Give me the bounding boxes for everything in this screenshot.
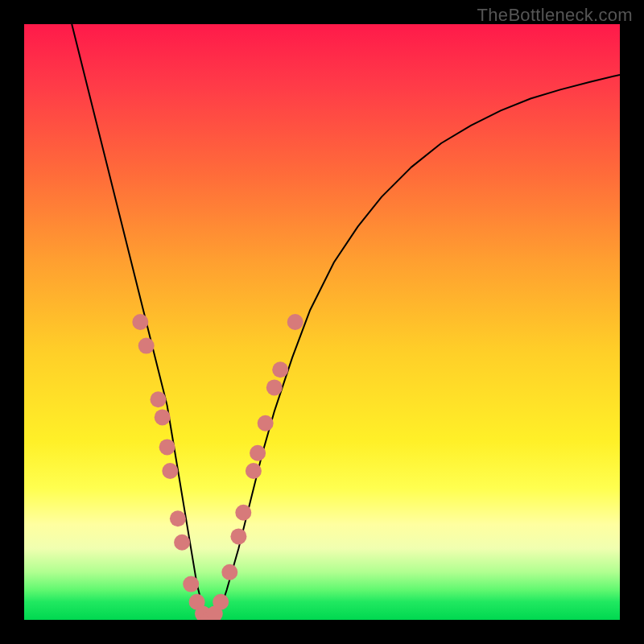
curve-marker	[155, 409, 171, 425]
watermark-text: TheBottleneck.com	[477, 5, 633, 26]
curve-marker	[170, 510, 186, 526]
chart-svg	[24, 24, 620, 620]
curve-marker	[258, 415, 274, 431]
curve-marker	[221, 564, 237, 580]
curve-marker	[159, 439, 175, 455]
curve-marker	[183, 576, 199, 592]
curve-marker	[235, 505, 251, 521]
curve-marker	[272, 361, 288, 378]
bottleneck-curve	[72, 24, 620, 620]
curve-marker	[162, 463, 178, 479]
curve-marker	[230, 528, 246, 544]
curve-marker	[213, 594, 229, 610]
curve-markers	[132, 314, 303, 620]
curve-marker	[287, 314, 303, 330]
curve-marker	[246, 463, 262, 479]
curve-marker	[250, 445, 266, 461]
curve-marker	[138, 338, 155, 354]
curve-marker	[174, 535, 190, 551]
chart-plot-area	[24, 24, 620, 620]
curve-marker	[151, 391, 167, 407]
curve-marker	[132, 314, 148, 330]
curve-marker	[266, 379, 283, 395]
